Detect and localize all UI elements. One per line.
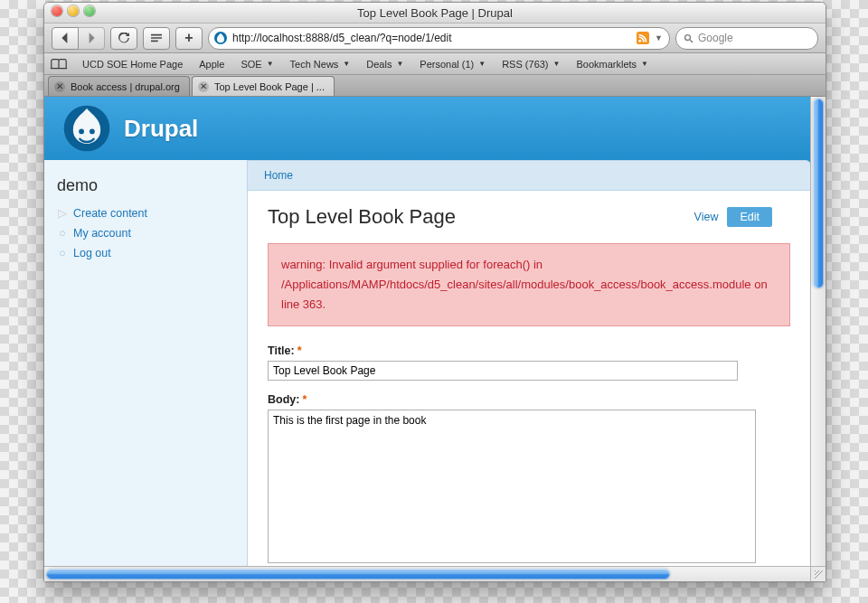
window-title: Top Level Book Page | Drupal <box>357 6 513 20</box>
bookmarks-menu-icon[interactable] <box>50 58 68 71</box>
browser-tab[interactable]: ✕ Book access | drupal.org <box>48 76 190 96</box>
chevron-down-icon: ▼ <box>343 60 350 68</box>
svg-point-6 <box>90 129 95 135</box>
tab-label: Book access | drupal.org <box>71 81 180 92</box>
nav-back-button[interactable] <box>52 27 79 50</box>
drupal-logo-icon[interactable] <box>62 104 111 153</box>
nav-forward-button[interactable] <box>79 27 105 50</box>
window-controls <box>52 5 95 16</box>
resize-grip-icon <box>815 570 824 579</box>
site-header: Drupal <box>44 97 811 160</box>
horizontal-scrollbar[interactable] <box>44 566 811 581</box>
triangle-bullet-icon: ▷ <box>57 206 68 220</box>
bookmark-folder[interactable]: Tech News▼ <box>283 57 358 71</box>
search-field[interactable]: Google <box>675 27 818 50</box>
sidebar-username: demo <box>57 176 234 195</box>
chevron-down-icon: ▼ <box>396 60 403 68</box>
breadcrumb-home[interactable]: Home <box>264 169 293 182</box>
sidebar-item-my-account[interactable]: ○ My account <box>57 227 234 240</box>
window-minimize-button[interactable] <box>68 5 79 16</box>
svg-rect-1 <box>637 32 649 44</box>
bookmark-folder[interactable]: SOE▼ <box>233 57 280 71</box>
title-input[interactable] <box>268 361 738 381</box>
tab-edit-active[interactable]: Edit <box>727 207 772 227</box>
circle-bullet-icon: ○ <box>57 227 68 240</box>
add-bookmark-button[interactable]: + <box>175 27 203 50</box>
rss-icon[interactable] <box>637 32 649 44</box>
sidebar-item-log-out[interactable]: ○ Log out <box>57 247 234 259</box>
warning-message: warning: Invalid argument supplied for f… <box>268 243 790 326</box>
address-dropdown-icon[interactable]: ▼ <box>655 33 664 42</box>
search-icon <box>684 33 693 43</box>
horizontal-scroll-thumb[interactable] <box>46 569 670 579</box>
svg-point-5 <box>79 129 84 135</box>
bookmark-folder[interactable]: Bookmarklets▼ <box>569 57 656 71</box>
tab-close-icon[interactable]: ✕ <box>54 81 65 92</box>
breadcrumb: Home <box>248 160 811 191</box>
local-tabs: View Edit <box>694 207 772 227</box>
bookmark-item[interactable]: Apple <box>192 57 231 71</box>
field-title: Title:* <box>268 344 790 381</box>
sidebar-item-create-content[interactable]: ▷ Create content <box>57 206 234 220</box>
tab-close-icon[interactable]: ✕ <box>198 81 209 92</box>
address-bar-text: http://localhost:8888/d5_clean/?q=node/1… <box>232 32 631 44</box>
search-placeholder: Google <box>698 32 733 44</box>
site-favicon-icon <box>214 32 227 44</box>
vertical-scrollbar[interactable] <box>810 97 826 567</box>
browser-window: Top Level Book Page | Drupal + http://lo… <box>43 2 826 582</box>
bookmark-folder[interactable]: Personal (1)▼ <box>412 57 493 71</box>
bookmark-item[interactable]: UCD SOE Home Page <box>75 57 190 71</box>
main-column: Home Top Level Book Page View Edit warni… <box>248 160 811 567</box>
reload-button[interactable] <box>110 27 137 50</box>
tab-view[interactable]: View <box>694 211 719 223</box>
tab-strip: ✕ Book access | drupal.org ✕ Top Level B… <box>44 75 826 97</box>
window-zoom-button[interactable] <box>84 5 95 16</box>
reader-button[interactable] <box>143 27 170 50</box>
content-area: Top Level Book Page View Edit warning: I… <box>248 191 811 567</box>
field-body-label: Body:* <box>268 393 307 406</box>
chevron-down-icon: ▼ <box>267 60 274 68</box>
sidebar-link[interactable]: My account <box>73 227 131 240</box>
vertical-scroll-thumb[interactable] <box>813 99 824 288</box>
page-viewport: Drupal demo ▷ Create content ○ My ac <box>44 97 826 581</box>
drupal-page: Drupal demo ▷ Create content ○ My ac <box>44 97 811 567</box>
window-close-button[interactable] <box>52 5 62 16</box>
window-titlebar: Top Level Book Page | Drupal <box>44 3 826 24</box>
body-textarea[interactable]: This is the first page in the book <box>268 410 756 563</box>
bookmarks-bar: UCD SOE Home Page Apple SOE▼ Tech News▼ … <box>44 53 826 75</box>
chevron-down-icon: ▼ <box>553 60 561 68</box>
sidebar-link[interactable]: Create content <box>73 207 147 220</box>
svg-point-3 <box>685 34 691 40</box>
circle-bullet-icon: ○ <box>57 247 68 259</box>
site-name[interactable]: Drupal <box>124 115 198 143</box>
chevron-down-icon: ▼ <box>478 60 486 68</box>
sidebar-link[interactable]: Log out <box>73 247 111 259</box>
resize-corner[interactable] <box>810 566 826 581</box>
page-title: Top Level Book Page <box>268 205 456 229</box>
chevron-down-icon: ▼ <box>641 60 648 68</box>
bookmark-folder[interactable]: RSS (763)▼ <box>495 57 567 71</box>
browser-toolbar: + http://localhost:8888/d5_clean/?q=node… <box>44 24 826 53</box>
address-bar[interactable]: http://localhost:8888/d5_clean/?q=node/1… <box>208 27 670 50</box>
field-title-label: Title:* <box>268 344 302 357</box>
svg-point-2 <box>638 40 641 42</box>
field-body: Body:* This is the first page in the boo… <box>268 393 790 566</box>
bookmark-folder[interactable]: Deals▼ <box>359 57 410 71</box>
required-marker-icon: * <box>297 344 302 357</box>
required-marker-icon: * <box>302 393 307 406</box>
browser-tab-active[interactable]: ✕ Top Level Book Page | ... <box>192 76 335 96</box>
tab-label: Top Level Book Page | ... <box>214 81 325 92</box>
sidebar: demo ▷ Create content ○ My account <box>44 160 248 567</box>
